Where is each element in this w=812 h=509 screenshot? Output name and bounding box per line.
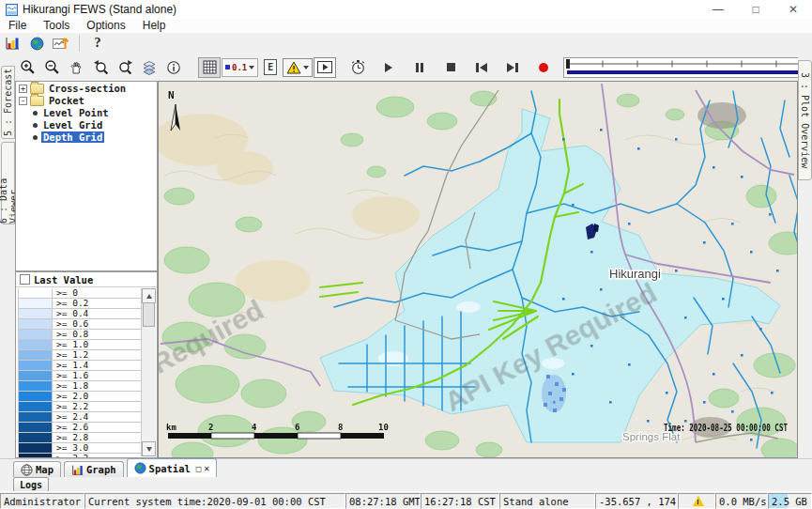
bar-icon xyxy=(476,63,479,72)
scroll-up-button[interactable] xyxy=(142,288,156,303)
legend-row[interactable]: >= 3.2 xyxy=(19,454,141,457)
step-forward-button[interactable] xyxy=(501,57,524,78)
tab-map[interactable]: Map xyxy=(13,461,61,477)
pause-button[interactable] xyxy=(408,57,431,78)
logs-button[interactable]: Logs xyxy=(13,477,49,492)
deep-flood-cluster xyxy=(542,375,566,412)
slider-handle-left[interactable] xyxy=(566,59,570,69)
legend-rows: >= 0>= 0.2>= 0.4>= 0.6>= 0.8>= 1.0>= 1.2… xyxy=(18,288,141,457)
layers-button[interactable] xyxy=(138,57,161,78)
stopwatch-icon xyxy=(350,59,366,75)
tab-map-label: Map xyxy=(36,464,54,475)
help-button[interactable]: ? xyxy=(86,33,109,54)
tree-node-label: Cross-section xyxy=(47,83,128,94)
menu-file[interactable]: File xyxy=(0,19,35,33)
warning-dropdown[interactable] xyxy=(283,58,313,77)
tree-node-depth-grid[interactable]: Depth Grid xyxy=(19,131,157,143)
zoom-out-button[interactable] xyxy=(40,57,63,78)
slider-period-bar xyxy=(567,70,812,74)
record-button[interactable] xyxy=(532,57,555,78)
label-icon: E xyxy=(264,59,277,75)
zoom-in-button[interactable] xyxy=(16,57,38,78)
database-chart-button[interactable] xyxy=(1,33,23,54)
tree-node-level-point[interactable]: Level Point xyxy=(19,107,157,118)
legend-swatch xyxy=(19,381,53,391)
map-display-button[interactable] xyxy=(25,33,48,54)
collapse-icon[interactable]: - xyxy=(19,97,27,105)
grid-icon xyxy=(203,60,217,74)
zoom-out-icon xyxy=(44,59,60,75)
legend-label: >= 2.8 xyxy=(53,433,88,442)
menu-tools[interactable]: Tools xyxy=(35,19,78,33)
legend-swatch xyxy=(19,443,53,453)
tree-node-cross-section[interactable]: + Cross-section xyxy=(19,83,157,94)
label-tool-button[interactable]: E xyxy=(259,57,282,78)
memory-label: 2.5 GB xyxy=(772,496,807,507)
tab-close-icon[interactable]: ✕ xyxy=(204,463,209,473)
layers-tree-panel: + Cross-section - Pocket Level Point Lev… xyxy=(15,81,158,271)
tab-forecast[interactable]: 5 : Forecast xyxy=(1,66,15,139)
legend-label: >= 0.4 xyxy=(53,309,88,318)
zoom-previous-button[interactable] xyxy=(89,57,112,78)
view-tab-bar: Map Graph Spatial □ ✕ xyxy=(0,458,812,477)
stop-button[interactable] xyxy=(439,57,462,78)
left-dock-strip: 5 : Forecast 6 : Data Viewer xyxy=(0,54,15,458)
pause-icon xyxy=(421,63,423,72)
layers-icon xyxy=(142,60,157,75)
legend-label: >= 1.4 xyxy=(53,361,88,370)
legend-label: >= 0 xyxy=(53,288,78,298)
previous-icon xyxy=(480,63,487,72)
scale-tick: 8 xyxy=(338,423,343,432)
legend-scrollbar[interactable] xyxy=(141,288,156,456)
pan-button[interactable] xyxy=(65,57,87,78)
legend-label: >= 1.2 xyxy=(53,350,88,360)
application-window: Hikurangi FEWS (Stand alone) — □ ✕ File … xyxy=(0,0,812,509)
menu-options[interactable]: Options xyxy=(78,19,133,33)
show-grid-button[interactable] xyxy=(198,57,221,78)
map-view[interactable]: API Key Required API Key Required Hikura… xyxy=(158,81,798,458)
close-button[interactable]: ✕ xyxy=(774,0,812,19)
tree-node-level-grid[interactable]: Level Grid xyxy=(19,119,157,131)
info-button[interactable] xyxy=(162,57,185,78)
toolbar-separator xyxy=(79,35,80,52)
time-slider[interactable] xyxy=(563,57,812,78)
folder-icon xyxy=(30,84,44,94)
animation-button[interactable] xyxy=(314,57,336,78)
profile-tool-button[interactable] xyxy=(50,33,72,54)
scrollbar-thumb[interactable] xyxy=(143,302,155,327)
tab-spatial[interactable]: Spatial □ ✕ xyxy=(127,458,218,477)
tab-plot-overview[interactable]: 3 : Plot Overview xyxy=(798,60,812,180)
tab-data-viewer[interactable]: 6 : Data Viewer xyxy=(1,142,15,224)
globe-icon xyxy=(30,37,44,51)
set-time-button[interactable] xyxy=(346,57,369,78)
tab-graph[interactable]: Graph xyxy=(64,461,124,477)
tab-graph-label: Graph xyxy=(86,464,116,475)
menu-help[interactable]: Help xyxy=(134,19,175,33)
play-button[interactable] xyxy=(377,57,400,78)
legend-label: >= 1.0 xyxy=(53,340,88,349)
wire-globe-icon xyxy=(21,464,33,476)
minimize-button[interactable]: — xyxy=(699,0,737,19)
legend-swatch xyxy=(19,288,53,298)
step-back-button[interactable] xyxy=(470,57,493,78)
expand-icon[interactable]: + xyxy=(19,85,27,93)
arrow-down-icon xyxy=(146,447,152,452)
arrow-up-icon xyxy=(146,294,152,299)
legend-label: >= 1.8 xyxy=(53,381,88,391)
help-icon: ? xyxy=(95,36,101,51)
zoom-next-button[interactable] xyxy=(114,57,136,78)
status-warning[interactable] xyxy=(678,493,715,509)
maximize-button[interactable]: □ xyxy=(737,0,774,19)
tab-restore-icon[interactable]: □ xyxy=(196,464,201,473)
window-title: Hikurangi FEWS (Stand alone) xyxy=(23,3,176,16)
chevron-down-icon xyxy=(303,66,309,69)
record-icon xyxy=(539,63,548,72)
bar-chart-icon xyxy=(71,464,84,476)
scale-unit: km xyxy=(166,423,176,432)
tree-node-pocket[interactable]: - Pocket xyxy=(19,95,157,106)
last-value-checkbox[interactable] xyxy=(20,274,30,285)
legend-swatch xyxy=(19,433,53,442)
precision-dropdown[interactable]: 0.1 xyxy=(222,58,258,77)
scroll-down-button[interactable] xyxy=(142,441,156,456)
status-mode: Stand alone xyxy=(499,493,595,509)
